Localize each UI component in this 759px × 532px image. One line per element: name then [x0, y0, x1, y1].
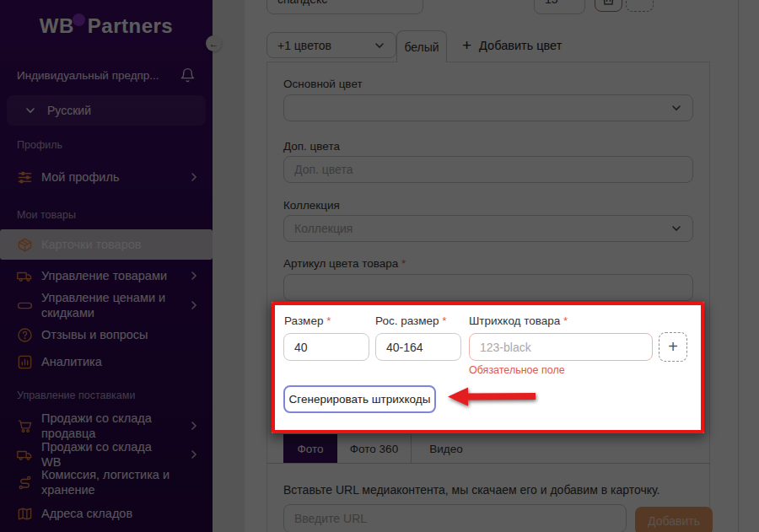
main-color-select[interactable] [283, 94, 693, 121]
barcode-wrap [469, 333, 653, 361]
tab-label: Фото [297, 443, 323, 455]
extra-colors-wrap [283, 156, 693, 183]
sidebar-item-label: Отзывы и вопросы [41, 327, 170, 342]
chevron-right-icon [189, 421, 199, 431]
tab-label: Фото 360 [350, 443, 398, 455]
required-mark: * [442, 314, 446, 327]
collection-label: Коллекция [283, 199, 340, 212]
required-mark: * [401, 257, 406, 270]
extra-colors-input[interactable] [283, 156, 693, 183]
annotation-arrow-icon [448, 386, 536, 407]
truck-icon [17, 268, 33, 284]
color-tab-label: белый [404, 40, 439, 54]
collection-select[interactable]: Коллекция [283, 215, 693, 242]
sidebar-item-reviews-questions[interactable]: Отзывы и вопросы [0, 322, 213, 347]
collection-placeholder: Коллекция [294, 222, 353, 235]
colors-dropdown-label: +1 цветов [277, 39, 331, 52]
sidebar-item-warehouse-addresses[interactable]: Адреса складов [0, 501, 213, 526]
generate-barcodes-button[interactable]: Сгенерировать штрихкоды [283, 385, 436, 413]
sidebar-item-commission-logistics[interactable]: Комиссия, логистика и хранение [0, 465, 213, 499]
add-color-button[interactable]: + Добавить цвет [462, 37, 562, 53]
ru-size-label: Рос. размер * [375, 314, 447, 327]
media-url-hint: Вставьте URL медиаконтента, мы скачаем е… [283, 483, 688, 497]
tabs-underline [266, 463, 710, 464]
sidebar-item-label: Адреса складов [41, 506, 170, 521]
colors-dropdown[interactable]: +1 цветов [266, 32, 396, 58]
extra-colors-label: Доп. цвета [283, 140, 340, 153]
url-input[interactable] [283, 504, 627, 532]
sidebar-item-label: Карточки товаров [41, 237, 170, 252]
sidebar-item-seller-warehouse-sales[interactable]: Продажи со склада продавца [0, 413, 213, 438]
sidebar-item-label: Аналитика [41, 354, 170, 369]
section-label-my-goods: Мои товары [17, 209, 76, 221]
content-gutter [213, 0, 245, 532]
plus-icon: + [668, 337, 678, 357]
sidebar-item-label: Управление товарами [41, 268, 170, 283]
sidebar-item-product-cards[interactable]: Карточки товаров [0, 229, 213, 260]
sliders-icon [17, 169, 33, 185]
account-name: Индивидуальный предпр... [17, 69, 159, 82]
logo-dot-icon [73, 13, 85, 26]
sidebar-item-my-profile[interactable]: Мой профиль [0, 164, 213, 190]
sidebar-item-label: Комиссия, логистика и хранение [41, 467, 170, 497]
article-input[interactable] [283, 274, 693, 301]
add-row-button[interactable]: + [626, 0, 654, 12]
logo-partners: Partners [88, 14, 173, 38]
color-tab-white[interactable]: белый [396, 30, 447, 62]
article-label: Артикул цвета товара * [283, 257, 406, 270]
plus-icon: + [635, 0, 644, 6]
package-icon [17, 237, 33, 253]
account-row: Индивидуальный предпр... [17, 67, 196, 83]
material-input[interactable] [266, 0, 423, 14]
add-color-label: Добавить цвет [479, 39, 562, 52]
barcode-error-text: Обязательное поле [469, 364, 565, 376]
sidebar-item-analytics[interactable]: Аналитика [0, 347, 213, 376]
tab-photo-360[interactable]: Фото 360 [337, 434, 412, 463]
scrollbar-track[interactable] [738, 0, 739, 532]
sidebar-collapse-button[interactable]: ← [206, 35, 222, 51]
required-mark: * [326, 314, 331, 327]
required-mark: * [563, 314, 568, 327]
chevron-down-icon [25, 105, 35, 116]
add-media-button[interactable]: Добавить [635, 507, 713, 532]
sidebar-item-goods-management[interactable]: Управление товарами [0, 263, 213, 288]
size-wrap [283, 333, 369, 361]
bar-chart-icon [17, 354, 33, 370]
barcode-label: Штрихкод товара * [469, 314, 568, 327]
tab-label: Видео [429, 443, 462, 455]
section-label-profile: Профиль [17, 139, 62, 151]
bell-icon[interactable] [180, 67, 196, 83]
delete-row-button[interactable] [595, 0, 622, 12]
chevron-right-icon [189, 271, 199, 281]
question-circle-icon [17, 327, 33, 343]
size-input[interactable] [283, 333, 369, 361]
percent-input[interactable] [534, 0, 585, 14]
chevron-down-icon [670, 102, 682, 114]
add-size-button[interactable]: + [659, 332, 687, 362]
sidebar-item-label: Мой профиль [41, 169, 170, 185]
plus-icon: + [462, 37, 471, 53]
ru-size-input[interactable] [375, 333, 461, 361]
chevron-right-icon [189, 300, 199, 310]
language-selector[interactable]: Русский [7, 95, 206, 126]
wb-partners-logo: WBPartners [0, 13, 213, 38]
sidebar-item-prices-discounts[interactable]: Управление ценами и скидками [0, 288, 213, 322]
material-field-wrap [266, 0, 423, 14]
sidebar-item-wb-warehouse-sales[interactable]: Продажи со склада WB [0, 442, 213, 467]
tab-video[interactable]: Видео [412, 434, 481, 463]
map-icon [17, 506, 33, 522]
cart-icon [17, 418, 33, 434]
logo-wb: WB [40, 14, 74, 38]
app-window: WBPartners Индивидуальный предпр... Русс… [0, 0, 759, 532]
tab-photo[interactable]: Фото [283, 434, 337, 463]
trash-icon [602, 0, 615, 8]
sidebar: WBPartners Индивидуальный предпр... Русс… [0, 0, 213, 532]
route-icon [17, 475, 33, 491]
tag-icon [17, 298, 33, 314]
chevron-down-icon [670, 223, 682, 234]
sidebar-item-label: Продажи со склада продавца [41, 411, 170, 441]
section-label-supply-management: Управление поставками [17, 390, 135, 401]
sidebar-item-label: Управление ценами и скидками [41, 290, 170, 320]
barcode-input[interactable] [469, 333, 653, 361]
chevron-right-icon [189, 172, 199, 182]
